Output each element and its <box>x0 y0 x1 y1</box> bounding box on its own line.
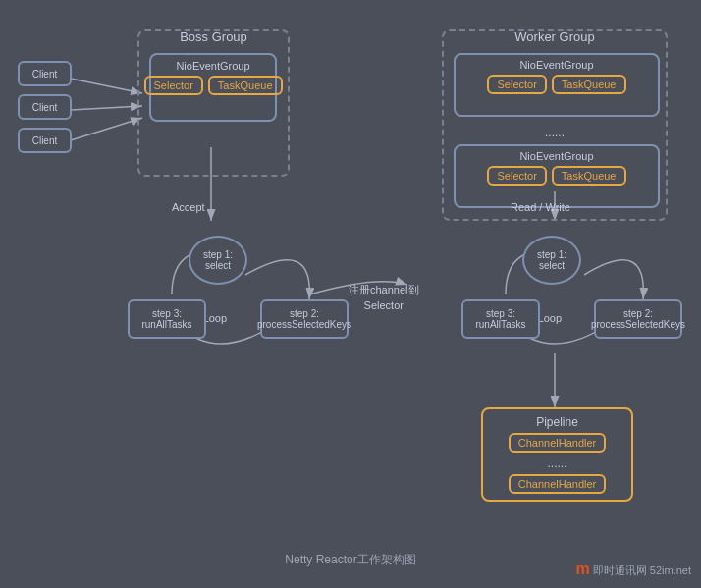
pipeline-dots: ...... <box>547 456 566 470</box>
boss-taskqueue: TaskQueue <box>208 76 283 95</box>
boss-step3: step 3: runAllTasks <box>128 299 206 339</box>
worker-group-label: Worker Group <box>444 29 666 44</box>
svg-line-1 <box>71 106 142 110</box>
worker-dots: ...... <box>444 126 666 139</box>
worker-group-box: Worker Group NioEventGroup Selector Task… <box>442 29 668 221</box>
client-3: Client <box>18 128 72 153</box>
boss-step2: step 2: processSelectedKeys <box>260 299 349 339</box>
worker-selector-taskqueue-1: Selector TaskQueue <box>456 75 658 100</box>
worker-nio-event-group-1: NioEventGroup Selector TaskQueue <box>454 53 660 117</box>
worker-step3: step 3: runAllTasks <box>461 299 540 339</box>
worker-taskqueue-2: TaskQueue <box>552 166 626 186</box>
accept-label: Accept <box>172 201 205 213</box>
worker-taskqueue-1: TaskQueue <box>552 75 626 94</box>
watermark: m 即时通讯网 52im.net <box>575 561 691 578</box>
worker-selector-1: Selector <box>487 75 546 94</box>
worker-step2: step 2: processSelectedKeys <box>594 299 682 339</box>
pipeline-label: Pipeline <box>536 415 578 429</box>
worker-nio-label-1: NioEventGroup <box>456 55 658 71</box>
worker-nio-label-2: NioEventGroup <box>456 146 658 162</box>
client-2: Client <box>18 94 72 120</box>
svg-line-2 <box>71 118 142 140</box>
worker-selector-2: Selector <box>487 166 546 186</box>
boss-step1: step 1: select <box>189 236 247 285</box>
pipeline-box: Pipeline ChannelHandler ...... ChannelHa… <box>481 407 633 502</box>
register-label: 注册channel到 Selector <box>349 265 419 314</box>
boss-group-box: Boss Group NioEventGroup Selector TaskQu… <box>137 29 290 177</box>
read-write-label: Read / Write <box>511 201 570 213</box>
diagram: Client Client Client Boss Group NioEvent… <box>0 0 701 588</box>
boss-nio-event-group: NioEventGroup Selector TaskQueue <box>149 53 277 122</box>
svg-line-0 <box>71 79 142 93</box>
channel-handler-1: ChannelHandler <box>509 433 607 453</box>
channel-handler-2: ChannelHandler <box>509 474 607 494</box>
worker-selector-taskqueue-2: Selector TaskQueue <box>456 166 658 191</box>
client-1: Client <box>18 61 72 86</box>
worker-nio-event-group-2: NioEventGroup Selector TaskQueue <box>454 144 660 208</box>
boss-selector: Selector <box>144 76 203 95</box>
boss-selector-taskqueue: Selector TaskQueue <box>151 76 275 101</box>
boss-group-label: Boss Group <box>139 29 288 44</box>
boss-nio-label: NioEventGroup <box>151 55 275 72</box>
worker-step1: step 1: select <box>522 236 581 285</box>
